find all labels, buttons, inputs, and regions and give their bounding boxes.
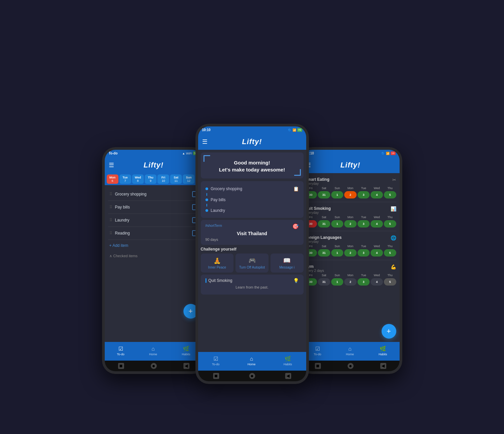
- goal-action-icon[interactable]: 🎯: [292, 223, 299, 230]
- nav-home-center[interactable]: ⌂ Home: [247, 356, 256, 366]
- home-icon: ⌂: [250, 356, 253, 362]
- day-circle[interactable]: 4: [371, 220, 383, 228]
- day-circle[interactable]: 3: [358, 249, 370, 257]
- list-item: ⠿ Laundry: [108, 214, 199, 227]
- day-tue[interactable]: Tue 7: [119, 174, 131, 184]
- drag-handle[interactable]: ⠿: [109, 192, 112, 196]
- nav-habits-right[interactable]: 🌿 Habits: [379, 346, 387, 356]
- app-header-right: ☰ Lifty!: [302, 157, 400, 173]
- day-circle[interactable]: 1: [331, 191, 344, 198]
- challenge-card-inner-peace[interactable]: 🧘 Inner Peace: [201, 254, 234, 273]
- day-circle[interactable]: 5: [384, 191, 396, 198]
- left-phone: To-do ▲ WiFi 5G ☰ Lifty! Mon 6: [102, 147, 205, 374]
- back-btn[interactable]: ◄: [285, 373, 291, 379]
- day-circles-quit-smoking: 30 31 1 2 3 4 5: [304, 220, 398, 229]
- day-circle[interactable]: 5: [384, 220, 396, 228]
- menu-icon-left[interactable]: ☰: [109, 161, 114, 169]
- back-btn[interactable]: ◄: [380, 363, 386, 369]
- home-icon: ⌂: [348, 346, 352, 352]
- day-sun[interactable]: Sun 12: [183, 174, 194, 184]
- task-dot: [205, 209, 208, 212]
- gesture-bar-left: ■ ● ◄: [105, 361, 203, 371]
- todo-content: ⠿ Grocery shopping ⠿ Pay bills: [105, 185, 203, 342]
- challenge-card-autopilot[interactable]: 🎮 Turn Off Autopilot: [235, 254, 269, 273]
- nav-home-right[interactable]: ⌂ Home: [346, 346, 354, 356]
- day-circle[interactable]: 2: [344, 278, 357, 286]
- bottom-nav-center: ☑ To-do ⌂ Home 🌿 Habits: [198, 352, 306, 371]
- drag-handle[interactable]: ⠿: [109, 218, 112, 223]
- nav-habits-center[interactable]: 🌿 Habits: [284, 356, 292, 366]
- message-icon: 📖: [283, 257, 291, 264]
- day-circle[interactable]: 2: [344, 249, 357, 257]
- message-label: Message i: [279, 266, 295, 269]
- add-item-button[interactable]: + Add item: [108, 240, 199, 251]
- app-header-center: ☰ Lifty!: [198, 134, 306, 150]
- square-btn[interactable]: ■: [213, 373, 219, 379]
- day-circle[interactable]: 1: [331, 278, 344, 286]
- day-circle[interactable]: 2: [344, 191, 357, 198]
- todo-icon: ☑: [213, 356, 218, 362]
- task-label: Pay bills: [211, 197, 226, 202]
- day-circle[interactable]: 4: [371, 191, 383, 198]
- square-btn[interactable]: ■: [315, 363, 321, 369]
- status-time-center: 10:10: [202, 128, 211, 132]
- list-item: ⠿ Reading: [108, 227, 199, 240]
- day-circle[interactable]: 2: [344, 220, 357, 228]
- smart-eating-icon[interactable]: ✂: [392, 177, 396, 182]
- day-circle[interactable]: 4: [371, 278, 383, 286]
- challenge-card-message[interactable]: 📖 Message i: [271, 254, 304, 273]
- nav-todo-left[interactable]: ☑ To-do: [117, 346, 124, 356]
- right-phone: 10:10 🔵 📶 19 ☰ Lifty!: [299, 147, 402, 374]
- day-circle[interactable]: 3: [358, 191, 370, 198]
- nav-home-left[interactable]: ⌂ Home: [149, 346, 157, 356]
- scene: To-do ▲ WiFi 5G ☰ Lifty! Mon 6: [59, 50, 446, 384]
- gym-icon[interactable]: 💪: [391, 264, 396, 270]
- day-fri[interactable]: Fri 10: [157, 174, 169, 184]
- task-dot: [205, 198, 208, 201]
- day-circle[interactable]: 31: [318, 249, 330, 257]
- day-thu[interactable]: Thu 9: [145, 174, 156, 184]
- day-circle[interactable]: 31: [318, 191, 330, 198]
- task-label: Grocery shopping: [211, 186, 242, 191]
- nav-habits-left[interactable]: 🌿 Habits: [182, 346, 190, 356]
- day-circle[interactable]: 1: [331, 220, 344, 228]
- drag-handle[interactable]: ⠿: [109, 205, 112, 209]
- status-time-left: To-do: [109, 151, 118, 155]
- greeting-text: Good morning! Let's make today awesome!: [207, 159, 297, 173]
- home-icon: ⌂: [151, 346, 155, 352]
- drag-handle[interactable]: ⠿: [109, 231, 112, 236]
- nav-todo-right[interactable]: ☑ To-do: [314, 346, 321, 356]
- goal-section: #shortTerm 🎯 Visit Thailand 90 days: [201, 220, 304, 245]
- divider: [305, 260, 396, 260]
- circle-btn[interactable]: ●: [249, 373, 255, 379]
- goal-tag: #shortTerm: [205, 224, 222, 228]
- square-btn[interactable]: ■: [118, 363, 124, 369]
- day-sat[interactable]: Sat 11: [170, 174, 182, 184]
- day-circle[interactable]: 3: [358, 278, 370, 286]
- fab-button-right[interactable]: +: [382, 324, 396, 339]
- day-circle[interactable]: 4: [371, 249, 383, 257]
- menu-icon-center[interactable]: ☰: [202, 138, 207, 145]
- day-circle[interactable]: 5: [384, 249, 396, 257]
- app-title-left: Lifty!: [144, 161, 164, 169]
- habit-preview: Quit Smoking 💡 Learn from the past.: [201, 275, 304, 295]
- autopilot-icon: 🎮: [248, 257, 256, 264]
- day-circle[interactable]: 3: [358, 220, 370, 228]
- day-circle[interactable]: 1: [331, 249, 344, 257]
- day-circles-foreign-languages: 30 31 1 2 3 4 5: [304, 249, 398, 258]
- day-wed[interactable]: Wed 8: [132, 174, 144, 184]
- circle-btn[interactable]: ●: [151, 363, 157, 369]
- habit-preview-name: Quit Smoking: [208, 278, 232, 283]
- day-mon[interactable]: Mon 6: [107, 174, 118, 184]
- gesture-bar-right: ■ ● ◄: [302, 361, 400, 371]
- day-circle[interactable]: 31: [318, 220, 330, 228]
- back-btn[interactable]: ◄: [183, 363, 189, 369]
- greeting-section: Good morning! Let's make today awesome!: [201, 152, 304, 178]
- foreign-languages-icon[interactable]: 🌐: [391, 235, 396, 241]
- day-circle[interactable]: 5: [384, 278, 396, 286]
- quit-smoking-icon[interactable]: 📊: [391, 206, 396, 211]
- circle-btn[interactable]: ●: [348, 363, 354, 369]
- checked-section[interactable]: ∧ Checked items: [108, 251, 199, 261]
- day-circle[interactable]: 31: [318, 278, 330, 286]
- nav-todo-center[interactable]: ☑ To-do: [212, 356, 219, 366]
